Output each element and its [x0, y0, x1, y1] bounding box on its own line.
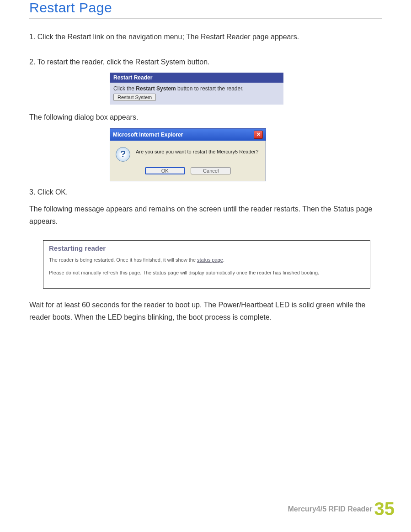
restarting-line1a: The reader is being restarted. Once it h… — [49, 257, 197, 263]
step-1-text: 1. Click the Restart link on the navigat… — [29, 31, 382, 43]
page-footer: Mercury4/5 RFID Reader35 — [288, 499, 395, 519]
close-icon[interactable]: ✕ — [254, 131, 263, 139]
question-icon: ? — [116, 147, 130, 162]
restart-reader-titlebar: Restart Reader — [110, 73, 283, 83]
ie-dialog-title: Microsoft Internet Explorer — [113, 132, 254, 138]
restarting-line1b: . — [223, 257, 224, 263]
status-page-link[interactable]: status page — [197, 257, 223, 263]
restart-reader-text-pre: Click the — [113, 85, 136, 92]
ie-dialog-message: Are you sure you want to restart the Mer… — [136, 147, 258, 154]
dialog-intro-text: The following dialog box appears. — [29, 111, 382, 123]
restart-reader-text-post: button to restart the reader. — [176, 85, 244, 92]
page-title: Restart Page — [29, 0, 382, 16]
step-2-text: 2. To restart the reader, click the Rest… — [29, 56, 382, 68]
restarting-reader-box: Restarting reader The reader is being re… — [43, 240, 370, 289]
footer-page-number: 35 — [374, 499, 395, 519]
cancel-button[interactable]: Cancel — [191, 167, 231, 174]
restart-system-button[interactable]: Restart System — [113, 94, 156, 101]
ie-confirm-dialog: Microsoft Internet Explorer ✕ ? Are you … — [110, 128, 266, 181]
wait-text: Wait for at least 60 seconds for the rea… — [29, 299, 382, 323]
ie-dialog-titlebar: Microsoft Internet Explorer ✕ — [110, 129, 266, 141]
restart-reader-panel: Restart Reader Click the Restart System … — [110, 73, 283, 105]
step-3-text: 3. Click OK. — [29, 186, 382, 198]
step-3b-text: The following message appears and remain… — [29, 203, 382, 227]
ok-button[interactable]: OK — [145, 167, 185, 174]
restart-reader-text-bold: Restart System — [136, 85, 176, 92]
restarting-line2: Please do not manually refresh this page… — [49, 269, 364, 276]
title-divider — [29, 18, 382, 19]
footer-product: Mercury4/5 RFID Reader — [288, 505, 373, 513]
restart-reader-body: Click the Restart System button to resta… — [110, 83, 283, 105]
restarting-reader-heading: Restarting reader — [49, 244, 364, 252]
